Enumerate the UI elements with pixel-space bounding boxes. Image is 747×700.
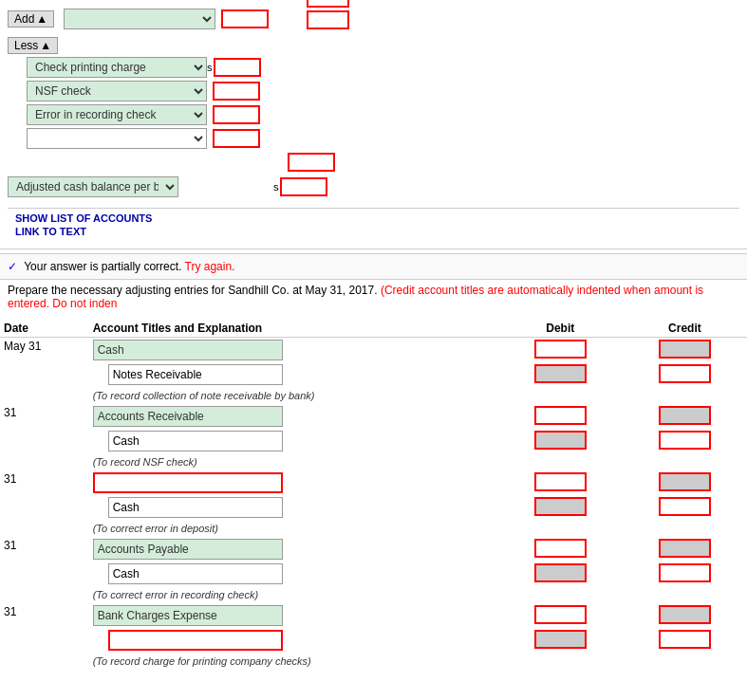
entry-2-credit-cell-2 xyxy=(623,429,747,453)
entry-1-debit-cell xyxy=(498,338,623,363)
entry-4-credit-input-2[interactable] xyxy=(659,563,711,582)
entry-5-credit-cell-2 xyxy=(623,628,747,653)
entry-3-debit-account xyxy=(89,470,498,495)
entry-5-credit-row xyxy=(0,628,747,653)
entry-5-note: (To record charge for printing company c… xyxy=(89,653,747,670)
entry-3-debit-input-2[interactable] xyxy=(534,497,587,516)
entry-2-credit-cell-1 xyxy=(623,404,747,429)
entry-1-credit-input-1[interactable] xyxy=(659,340,711,359)
less-item-2-amount[interactable] xyxy=(213,82,260,101)
less-item-1-dropdown[interactable]: Check printing charge xyxy=(27,57,207,78)
dollar-sign-1: s xyxy=(207,62,213,73)
entry-3-credit-account xyxy=(89,495,498,520)
entry-3-date: 31 xyxy=(0,470,89,495)
entry-5-debit-row: 31 xyxy=(0,603,747,628)
entry-1-date: May 31 xyxy=(0,338,89,363)
entry-1-credit-row xyxy=(0,362,747,387)
entry-2-debit-input[interactable] xyxy=(534,406,587,425)
entry-4-debit-cell xyxy=(498,537,623,562)
entry-1-credit-account-input[interactable] xyxy=(108,364,283,385)
entry-2-credit-input-1[interactable] xyxy=(659,406,711,425)
less-item-3-amount[interactable] xyxy=(213,105,260,124)
entry-2-credit-input-2[interactable] xyxy=(659,431,711,450)
entry-1-debit-input-2[interactable] xyxy=(534,364,587,383)
entry-1-credit-account xyxy=(89,362,498,387)
entry-2-debit-cell-2 xyxy=(498,429,623,453)
entry-1-credit-cell-2 xyxy=(623,362,747,387)
feedback-icon: ✓ xyxy=(8,260,17,273)
header-debit: Debit xyxy=(498,320,623,338)
entry-2-date: 31 xyxy=(0,404,89,429)
add-right-amount-2[interactable] xyxy=(307,10,349,29)
dollar-sign-adjusted: s xyxy=(273,181,279,193)
less-item-4-amount[interactable] xyxy=(213,129,260,148)
less-item-4-dropdown[interactable] xyxy=(27,128,207,149)
less-item-2-dropdown[interactable]: NSF check xyxy=(27,81,207,101)
entry-2-credit-account xyxy=(89,429,498,453)
entry-4-debit-cell-2 xyxy=(498,562,623,586)
entry-3-debit-cell-2 xyxy=(498,495,623,520)
show-accounts-link[interactable]: SHOW LIST OF ACCOUNTS xyxy=(15,212,732,224)
entry-4-credit-input-1[interactable] xyxy=(659,539,711,558)
entry-3-debit-cell xyxy=(498,470,623,495)
entry-4-credit-cell-2 xyxy=(623,562,747,586)
entry-4-debit-account xyxy=(89,537,498,562)
entry-3-credit-input-1[interactable] xyxy=(659,472,711,491)
entry-3-debit-input[interactable] xyxy=(534,472,587,491)
entry-1-debit-input[interactable] xyxy=(534,340,587,359)
entry-2-debit-input-2[interactable] xyxy=(534,431,587,450)
entry-2-note-row: (To record NSF check) xyxy=(0,453,747,470)
entry-3-debit-account-input[interactable] xyxy=(93,472,283,493)
entry-4-credit-cell-1 xyxy=(623,537,747,562)
add-button[interactable]: Add ▲ xyxy=(8,10,54,28)
header-date: Date xyxy=(0,320,89,338)
entry-5-note-row: (To record charge for printing company c… xyxy=(0,653,747,670)
entry-1-debit-row: May 31 xyxy=(0,338,747,363)
entry-4-date: 31 xyxy=(0,537,89,562)
entry-4-credit-account xyxy=(89,562,498,586)
entry-3-credit-cell-1 xyxy=(623,470,747,495)
entry-4-debit-account-input[interactable] xyxy=(93,539,283,560)
entry-3-credit-input-2[interactable] xyxy=(659,497,711,516)
add-amount-1[interactable] xyxy=(221,9,269,28)
adjusted-balance-amount[interactable] xyxy=(280,177,327,196)
entry-1-credit-input-2[interactable] xyxy=(659,364,711,383)
entry-5-credit-cell-1 xyxy=(623,603,747,628)
entry-4-debit-input-2[interactable] xyxy=(534,563,587,582)
entry-5-credit-input-1[interactable] xyxy=(659,605,711,624)
entry-5-debit-cell-2 xyxy=(498,628,623,653)
less-item-1-amount[interactable] xyxy=(214,58,261,77)
entry-4-debit-input[interactable] xyxy=(534,539,587,558)
adjusted-balance-dropdown[interactable]: Adjusted cash balance per books xyxy=(8,176,178,197)
less-button[interactable]: Less ▲ xyxy=(8,37,58,54)
entry-3-debit-row: 31 xyxy=(0,470,747,495)
entry-1-credit-cell-1 xyxy=(623,338,747,363)
entry-3-credit-account-input[interactable] xyxy=(108,497,283,518)
entry-5-debit-cell xyxy=(498,603,623,628)
entry-5-debit-account-input[interactable] xyxy=(93,605,283,626)
header-credit: Credit xyxy=(623,320,747,338)
entry-1-note: (To record collection of note receivable… xyxy=(89,387,747,404)
add-dropdown[interactable] xyxy=(64,9,215,29)
entry-5-date: 31 xyxy=(0,603,89,628)
entry-1-debit-cell-2 xyxy=(498,362,623,387)
link-to-text[interactable]: LINK TO TEXT xyxy=(15,226,732,237)
entry-1-debit-account-input[interactable] xyxy=(93,340,283,360)
entry-5-credit-account xyxy=(89,628,498,653)
entry-2-debit-account-input[interactable] xyxy=(93,406,283,427)
instruction-text: Prepare the necessary adjusting entries … xyxy=(0,280,747,316)
entry-4-credit-account-input[interactable] xyxy=(108,563,283,584)
entry-5-credit-account-input[interactable] xyxy=(108,630,283,651)
less-item-3-dropdown[interactable]: Error in recording check xyxy=(27,104,207,125)
entry-2-note: (To record NSF check) xyxy=(89,453,747,470)
entry-3-credit-row xyxy=(0,495,747,520)
entry-3-note: (To correct error in deposit) xyxy=(89,520,747,537)
less-label: Less xyxy=(14,39,38,52)
entry-2-credit-account-input[interactable] xyxy=(108,431,283,451)
entry-5-debit-input[interactable] xyxy=(534,605,587,624)
entry-5-debit-input-2[interactable] xyxy=(534,630,587,649)
entry-5-credit-input-2[interactable] xyxy=(659,630,711,649)
add-right-amount-1[interactable] xyxy=(307,0,349,8)
less-subtotal-amount[interactable] xyxy=(288,153,335,172)
entry-4-note: (To correct error in recording check) xyxy=(89,586,747,603)
